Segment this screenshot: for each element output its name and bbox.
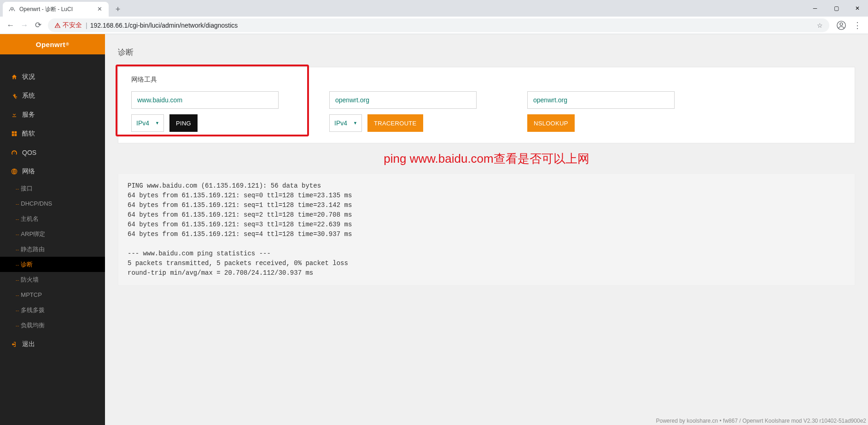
network-tools-card: 网络工具 IPv4 PING — [118, 67, 855, 143]
insecure-badge: 不安全 — [54, 21, 82, 30]
subitem-label: ARP绑定 — [21, 230, 45, 238]
subitem-mptcp[interactable]: MPTCP — [16, 287, 105, 302]
subitem-label: DHCP/DNS — [21, 200, 52, 207]
warning-icon — [54, 22, 61, 29]
subitem-firewall[interactable]: 防火墙 — [16, 272, 105, 287]
traceroute-proto-select[interactable]: IPv4 — [329, 114, 362, 132]
browser-tab[interactable]: Openwrt - 诊断 - LuCI ✕ — [3, 2, 109, 17]
sidebar-item-label: 系统 — [22, 92, 35, 100]
omnibox-divider: | — [86, 22, 87, 29]
traceroute-host-input[interactable] — [329, 91, 477, 109]
subitem-label: 接口 — [21, 184, 33, 193]
omnibox-url: 192.168.66.1/cgi-bin/luci/admin/network/… — [90, 22, 238, 29]
traceroute-tool: IPv4 TRACEROUTE — [329, 91, 477, 132]
sidebar-menu: 状况 系统 服务 酷软 QOS 网络 接口 — [0, 54, 105, 354]
tab-strip: Openwrt - 诊断 - LuCI ✕ + ─ ▢ ✕ — [0, 0, 868, 17]
sidebar-item-status[interactable]: 状况 — [0, 67, 105, 86]
sidebar: Openwrt® 状况 系统 服务 酷软 QOS — [0, 34, 105, 425]
sidebar-item-system[interactable]: 系统 — [0, 86, 105, 105]
sidebar-item-label: 网络 — [22, 167, 35, 176]
diagnostic-output: PING www.baidu.com (61.135.169.121): 56 … — [118, 173, 855, 286]
address-bar[interactable]: 不安全 | 192.168.66.1/cgi-bin/luci/admin/ne… — [48, 18, 829, 32]
subitem-diagnostics[interactable]: 诊断 — [0, 257, 105, 272]
tab-title: Openwrt - 诊断 - LuCI — [19, 6, 92, 13]
sidebar-item-network[interactable]: 网络 — [0, 162, 105, 181]
window-maximize-icon[interactable]: ▢ — [826, 0, 847, 17]
subitem-mwan[interactable]: 多线多拨 — [16, 302, 105, 318]
tab-favicon-icon — [8, 6, 16, 13]
annotation-text: ping www.baidu.com查看是否可以上网 — [118, 151, 855, 167]
subitem-hostnames[interactable]: 主机名 — [16, 211, 105, 226]
footer-credits: Powered by koolshare.cn • fw867 / Openwr… — [656, 418, 867, 424]
subitem-label: 负载均衡 — [21, 321, 45, 330]
network-submenu: 接口 DHCP/DNS 主机名 ARP绑定 静态路由 诊断 防火墙 MPTCP … — [0, 181, 105, 333]
nav-reload-icon[interactable]: ⟳ — [31, 18, 45, 32]
browser-toolbar: ← → ⟳ 不安全 | 192.168.66.1/cgi-bin/luci/ad… — [0, 17, 868, 34]
browser-window: Openwrt - 诊断 - LuCI ✕ + ─ ▢ ✕ ← → ⟳ 不安全 … — [0, 0, 868, 34]
tab-close-icon[interactable]: ✕ — [96, 6, 103, 13]
sidebar-item-qos[interactable]: QOS — [0, 143, 105, 162]
home-icon — [9, 74, 19, 80]
sidebar-item-label: 状况 — [22, 73, 35, 81]
tool-row: IPv4 PING IPv4 T — [131, 91, 842, 132]
nav-back-icon[interactable]: ← — [4, 18, 17, 32]
main-content: 诊断 网络工具 IPv4 PING — [105, 34, 868, 425]
section-title: 网络工具 — [131, 76, 842, 84]
svg-point-1 — [840, 23, 843, 25]
traceroute-button[interactable]: TRACEROUTE — [367, 114, 423, 132]
window-close-icon[interactable]: ✕ — [847, 0, 868, 17]
page-title: 诊断 — [118, 47, 855, 58]
sidebar-item-label: 服务 — [22, 111, 35, 119]
new-tab-button[interactable]: + — [111, 3, 124, 16]
sidebar-item-koolshare[interactable]: 酷软 — [0, 124, 105, 143]
browser-menu-icon[interactable]: ⋮ — [851, 18, 864, 32]
globe-icon — [9, 168, 19, 175]
nav-forward-icon[interactable]: → — [17, 18, 31, 32]
window-controls: ─ ▢ ✕ — [804, 0, 868, 17]
sidebar-item-services[interactable]: 服务 — [0, 105, 105, 124]
subitem-label: 主机名 — [21, 215, 39, 223]
subitem-label: MPTCP — [21, 291, 42, 298]
subitem-static-routes[interactable]: 静态路由 — [16, 242, 105, 257]
nslookup-host-input[interactable] — [527, 91, 675, 109]
subitem-label: 诊断 — [21, 260, 33, 269]
luci-app: Openwrt® 状况 系统 服务 酷软 QOS — [0, 34, 868, 425]
subitem-arp-binding[interactable]: ARP绑定 — [16, 226, 105, 242]
brand-logo[interactable]: Openwrt® — [0, 34, 105, 54]
grid-icon — [9, 130, 19, 137]
window-minimize-icon[interactable]: ─ — [804, 0, 826, 17]
ping-tool: IPv4 PING — [131, 91, 279, 132]
ping-button[interactable]: PING — [169, 114, 198, 132]
gauge-icon — [9, 149, 19, 156]
insecure-label: 不安全 — [63, 21, 82, 30]
subitem-interfaces[interactable]: 接口 — [16, 181, 105, 196]
tools-icon — [9, 93, 19, 99]
sidebar-item-label: 酷软 — [22, 130, 35, 138]
nslookup-tool: NSLOOKUP — [527, 91, 675, 132]
subitem-label: 静态路由 — [21, 245, 45, 254]
subitem-dhcp-dns[interactable]: DHCP/DNS — [16, 196, 105, 211]
sidebar-item-label: 退出 — [22, 340, 35, 348]
profile-icon[interactable] — [835, 19, 848, 32]
sidebar-item-label: QOS — [22, 149, 36, 156]
sidebar-item-logout[interactable]: 退出 — [0, 335, 105, 354]
subitem-loadbalance[interactable]: 负载均衡 — [16, 318, 105, 333]
ping-proto-select[interactable]: IPv4 — [131, 114, 164, 132]
ping-host-input[interactable] — [131, 91, 279, 109]
subitem-label: 多线多拨 — [21, 306, 45, 314]
bookmark-star-icon[interactable]: ☆ — [817, 22, 823, 29]
nslookup-button[interactable]: NSLOOKUP — [527, 114, 575, 132]
subitem-label: 防火墙 — [21, 276, 39, 284]
logout-icon — [9, 341, 19, 348]
download-icon — [9, 112, 19, 118]
